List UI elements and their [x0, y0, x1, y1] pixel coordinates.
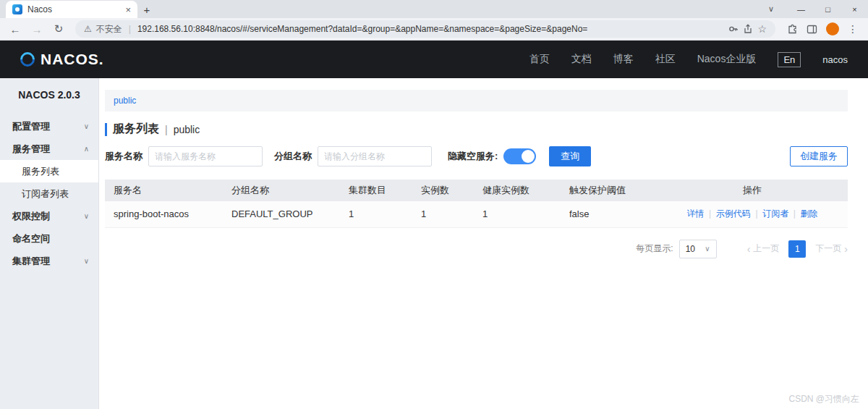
hide-empty-service-toggle[interactable]	[503, 148, 536, 164]
page-title: 服务列表	[113, 122, 159, 137]
csdn-watermark: CSDN @习惯向左	[788, 393, 859, 405]
table-header-row: 服务名 分组名称 集群数目 实例数 健康实例数 触发保护阈值 操作	[105, 180, 848, 201]
sidebar-item-service-list[interactable]: 服务列表	[0, 160, 98, 182]
maximize-button[interactable]: □	[814, 5, 841, 14]
browser-tab[interactable]: Nacos ×	[6, 1, 137, 18]
minimize-button[interactable]: —	[788, 5, 814, 14]
language-toggle[interactable]: En	[778, 52, 801, 67]
nacos-logo[interactable]: NACOS.	[20, 51, 104, 68]
per-page-select[interactable]: 10 ∨	[679, 240, 717, 258]
cell-operations: 详情 | 示例代码 | 订阅者 | 删除	[657, 201, 848, 227]
nacos-favicon-icon	[12, 4, 22, 14]
nacos-logo-text: NACOS.	[41, 51, 104, 68]
browser-tab-strip: Nacos × + ∨ — □ ×	[0, 0, 868, 18]
col-group-name: 分组名称	[223, 180, 340, 201]
table-row: spring-boot-nacos DEFAULT_GROUP 1 1 1 fa…	[105, 201, 848, 227]
chevron-up-icon: ∧	[84, 145, 89, 153]
sidebar-menu: 配置管理 ∨ 服务管理 ∧ 服务列表 订阅者列表 权限控制 ∨	[0, 115, 98, 272]
forward-button[interactable]: →	[27, 23, 46, 35]
sidebar-item-cluster-management[interactable]: 集群管理 ∨	[0, 250, 98, 272]
omnibox-separator: |	[129, 24, 131, 34]
hide-empty-service-label: 隐藏空服务:	[448, 150, 498, 163]
username[interactable]: nacos	[822, 54, 848, 65]
security-label: 不安全	[96, 23, 122, 35]
chevron-right-icon: ›	[844, 243, 848, 255]
col-cluster-count: 集群数目	[340, 180, 412, 201]
action-subscribers[interactable]: 订阅者	[762, 208, 788, 219]
profile-avatar[interactable]	[826, 22, 839, 35]
col-healthy-instance-count: 健康实例数	[474, 180, 561, 201]
sidebar-item-namespace[interactable]: 命名空间	[0, 227, 98, 250]
new-tab-button[interactable]: +	[137, 4, 156, 18]
address-bar[interactable]: ⚠ 不安全 | 192.168.56.10:8848/nacos/#/servi…	[75, 20, 775, 38]
back-button[interactable]: ←	[6, 23, 25, 35]
title-accent-bar	[105, 123, 107, 136]
service-name-label: 服务名称	[105, 150, 142, 163]
prev-page-button[interactable]: ‹ 上一页	[747, 243, 780, 255]
group-name-label: 分组名称	[274, 150, 312, 163]
toolbar-icons: ⋮	[783, 22, 862, 35]
tab-search-icon[interactable]: ∨	[760, 4, 782, 14]
sidebar-item-subscriber-list[interactable]: 订阅者列表	[0, 182, 98, 205]
nacos-logo-ring-icon	[17, 49, 38, 69]
chevron-down-icon: ∨	[84, 212, 89, 220]
nav-community[interactable]: 社区	[655, 53, 676, 66]
title-separator: |	[165, 124, 168, 135]
create-service-button[interactable]: 创建服务	[790, 146, 848, 166]
action-sample-code[interactable]: 示例代码	[716, 208, 751, 219]
col-operations: 操作	[657, 180, 848, 201]
sidebar-item-config-management[interactable]: 配置管理 ∨	[0, 115, 98, 138]
not-secure-warning-icon: ⚠	[84, 24, 92, 34]
cell-group-name: DEFAULT_GROUP	[223, 201, 340, 227]
sidebar-item-service-management[interactable]: 服务管理 ∧	[0, 138, 98, 160]
close-window-button[interactable]: ×	[841, 5, 868, 14]
bookmark-star-icon[interactable]: ☆	[757, 23, 767, 35]
cell-cluster-count: 1	[340, 201, 412, 227]
query-button[interactable]: 查询	[549, 146, 591, 166]
toggle-knob	[522, 150, 535, 163]
action-delete[interactable]: 删除	[801, 208, 818, 219]
cell-instance-count: 1	[412, 201, 474, 227]
sidebar-item-permission-control[interactable]: 权限控制 ∨	[0, 205, 98, 227]
namespace-tab-public[interactable]: public	[114, 96, 136, 106]
nacos-version-label: NACOS 2.0.3	[0, 78, 98, 105]
side-panel-icon[interactable]	[807, 24, 817, 35]
nav-blog[interactable]: 博客	[613, 53, 634, 66]
tab-close-icon[interactable]: ×	[125, 4, 131, 15]
nav-docs[interactable]: 文档	[571, 53, 592, 66]
chevron-down-icon: ∨	[84, 257, 89, 265]
app-body: NACOS 2.0.3 配置管理 ∨ 服务管理 ∧ 服务列表 订阅者列表 权限控…	[0, 78, 868, 409]
next-page-button[interactable]: 下一页 ›	[815, 243, 848, 255]
nacos-header: NACOS. 首页 文档 博客 社区 Nacos企业版 En nacos	[0, 41, 868, 78]
tab-title: Nacos	[27, 4, 120, 14]
chevron-left-icon: ‹	[747, 243, 751, 255]
share-icon[interactable]	[743, 24, 753, 34]
namespace-bar: public	[105, 90, 848, 111]
chevron-down-icon: ∨	[705, 245, 710, 253]
browser-menu-icon[interactable]: ⋮	[848, 23, 858, 35]
password-key-icon[interactable]	[728, 24, 739, 34]
cell-protection-threshold: false	[561, 201, 657, 227]
extensions-puzzle-icon[interactable]	[787, 24, 798, 35]
nacos-top-nav: 首页 文档 博客 社区 Nacos企业版 En nacos	[529, 52, 848, 67]
nav-home[interactable]: 首页	[529, 53, 550, 66]
window-controls: ∨ — □ ×	[760, 0, 868, 18]
col-instance-count: 实例数	[412, 180, 474, 201]
sidebar: NACOS 2.0.3 配置管理 ∨ 服务管理 ∧ 服务列表 订阅者列表 权限控…	[0, 78, 99, 409]
page-title-row: 服务列表 | public	[105, 122, 848, 137]
browser-window: Nacos × + ∨ — □ × ← → ↻ ⚠ 不安全 | 192.168.…	[0, 0, 868, 409]
cell-healthy-instance-count: 1	[474, 201, 561, 227]
main-content: public 服务列表 | public 服务名称 分组名称 隐藏空服务: 查询…	[99, 78, 868, 409]
service-name-input[interactable]	[148, 146, 263, 166]
group-name-input[interactable]	[318, 146, 432, 166]
refresh-button[interactable]: ↻	[49, 22, 68, 35]
col-service-name: 服务名	[105, 180, 223, 201]
url-text: 192.168.56.10:8848/nacos/#/serviceManage…	[137, 24, 587, 34]
per-page-label: 每页显示:	[636, 243, 673, 255]
service-table: 服务名 分组名称 集群数目 实例数 健康实例数 触发保护阈值 操作 spring…	[105, 180, 848, 228]
current-page-button[interactable]: 1	[788, 240, 806, 258]
action-details[interactable]: 详情	[686, 208, 704, 219]
nav-enterprise[interactable]: Nacos企业版	[697, 53, 757, 66]
pagination: 每页显示: 10 ∨ ‹ 上一页 1 下一页 ›	[105, 240, 848, 258]
browser-toolbar: ← → ↻ ⚠ 不安全 | 192.168.56.10:8848/nacos/#…	[0, 18, 868, 41]
